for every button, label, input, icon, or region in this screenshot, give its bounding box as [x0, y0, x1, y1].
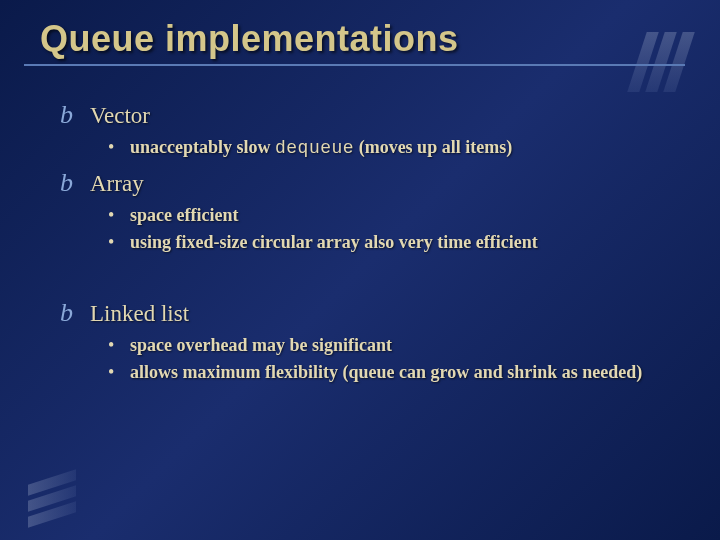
slide-title: Queue implementations: [40, 18, 720, 60]
list-item: b Array: [60, 170, 660, 198]
sub-list: • space overhead may be significant • al…: [108, 334, 660, 385]
decoration-bottom: [28, 477, 76, 520]
sub-item: • using fixed-size circular array also v…: [108, 231, 660, 254]
sub-text: allows maximum flexibility (queue can gr…: [130, 361, 642, 384]
code-run: dequeue: [275, 138, 354, 158]
content-area: b Vector • unacceptably slow dequeue (mo…: [0, 66, 720, 385]
bullet-dot: •: [108, 136, 130, 159]
title-underline: [24, 64, 685, 66]
bullet-marker: b: [60, 300, 90, 326]
sub-item: • space efficient: [108, 204, 660, 227]
sub-text: space efficient: [130, 204, 238, 227]
list-label: Vector: [90, 102, 150, 130]
sub-item: • allows maximum flexibility (queue can …: [108, 361, 660, 384]
slide: Queue implementations b Vector • unaccep…: [0, 0, 720, 540]
sub-list: • space efficient • using fixed-size cir…: [108, 204, 660, 255]
sub-item: • unacceptably slow dequeue (moves up al…: [108, 136, 660, 160]
bullet-dot: •: [108, 361, 130, 384]
sub-item: • space overhead may be significant: [108, 334, 660, 357]
text-run: unacceptably slow: [130, 137, 275, 157]
sub-list: • unacceptably slow dequeue (moves up al…: [108, 136, 660, 160]
list-label: Array: [90, 170, 144, 198]
bullet-dot: •: [108, 204, 130, 227]
list-label: Linked list: [90, 300, 189, 328]
bullet-marker: b: [60, 170, 90, 196]
title-bar: Queue implementations: [0, 0, 720, 66]
sub-text: space overhead may be significant: [130, 334, 392, 357]
list-item: b Linked list: [60, 300, 660, 328]
text-run: (moves up all items): [354, 137, 512, 157]
bullet-dot: •: [108, 231, 130, 254]
bullet-marker: b: [60, 102, 90, 128]
sub-text: unacceptably slow dequeue (moves up all …: [130, 136, 512, 160]
sub-text: using fixed-size circular array also ver…: [130, 231, 538, 254]
list-item: b Vector: [60, 102, 660, 130]
bullet-dot: •: [108, 334, 130, 357]
